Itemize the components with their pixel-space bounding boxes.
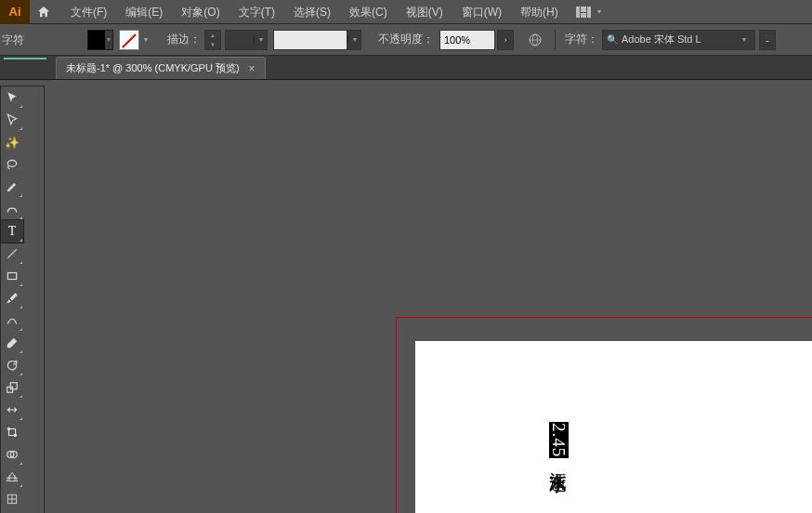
- close-icon[interactable]: ×: [249, 62, 255, 75]
- svg-point-14: [14, 434, 16, 436]
- mesh-tool[interactable]: [1, 488, 23, 510]
- svg-point-13: [7, 428, 9, 429]
- type-tool[interactable]: T: [1, 220, 23, 243]
- magic-wand-tool[interactable]: ✨: [1, 131, 23, 153]
- eraser-tool[interactable]: [1, 332, 23, 354]
- text-after: 江东逝水: [549, 458, 569, 462]
- font-style-value: -: [760, 34, 775, 46]
- vertical-text-object[interactable]: 滚滚2.45江东逝水: [550, 420, 568, 462]
- menu-bar: Ai 文件(F) 编辑(E) 对象(O) 文字(T) 选择(S) 效果(C) 视…: [0, 0, 812, 24]
- chevron-down-icon: ▾: [738, 35, 751, 44]
- annotation-arrow: [500, 507, 537, 513]
- paintbrush-tool[interactable]: [1, 287, 23, 309]
- control-bar: ▾ ▾ 描边： ▲ ▼ ▾ ▾ 不透明度： 100% › 字符： 🔍 Adobe…: [0, 24, 812, 56]
- free-transform-tool[interactable]: [1, 421, 23, 443]
- opacity-label: 不透明度：: [378, 32, 434, 47]
- menu-effect[interactable]: 效果(C): [340, 0, 397, 24]
- brush-dropdown[interactable]: ▾: [347, 30, 361, 50]
- svg-rect-3: [587, 7, 591, 18]
- chevron-up-icon: ▲: [205, 31, 220, 40]
- menu-select[interactable]: 选择(S): [284, 0, 340, 24]
- stroke-label: 描边：: [167, 32, 201, 47]
- home-button[interactable]: [30, 0, 58, 24]
- opacity-input[interactable]: 100%: [439, 30, 495, 50]
- chevron-down-icon: ▼: [205, 40, 220, 49]
- selection-tool[interactable]: [1, 86, 23, 109]
- stroke-swatch[interactable]: [119, 30, 139, 50]
- opacity-flyout[interactable]: ›: [497, 30, 514, 50]
- direct-selection-tool[interactable]: [1, 109, 23, 131]
- home-icon: [36, 5, 51, 20]
- curvature-tool[interactable]: [1, 198, 23, 220]
- panel-dock-indicator: [4, 58, 46, 63]
- menu-help[interactable]: 帮助(H): [511, 0, 568, 24]
- font-family-combo[interactable]: 🔍 Adobe 宋体 Std L ▾: [602, 30, 755, 50]
- font-family-value: Adobe 宋体 Std L: [622, 33, 738, 46]
- fill-swatch[interactable]: ▾: [87, 30, 113, 50]
- svg-rect-1: [581, 7, 586, 12]
- search-icon: 🔍: [607, 34, 618, 45]
- menu-type[interactable]: 文字(T): [229, 0, 284, 24]
- svg-point-7: [7, 160, 16, 166]
- workspace-switcher[interactable]: [573, 2, 594, 22]
- main-menu: 文件(F) 编辑(E) 对象(O) 文字(T) 选择(S) 效果(C) 视图(V…: [61, 0, 568, 24]
- artboard: [414, 340, 812, 513]
- pen-tool[interactable]: [1, 176, 23, 198]
- shaper-tool[interactable]: [1, 309, 23, 332]
- text-selection: 2.45: [549, 422, 569, 458]
- line-segment-tool[interactable]: [1, 243, 23, 265]
- globe-icon: [528, 33, 543, 47]
- perspective-grid-tool[interactable]: [1, 466, 23, 488]
- svg-rect-11: [10, 383, 17, 389]
- menu-window[interactable]: 窗口(W): [452, 0, 511, 24]
- svg-rect-9: [7, 273, 16, 280]
- panel-tab-character[interactable]: 字符: [0, 33, 74, 48]
- chevron-down-icon: ▾: [347, 35, 360, 44]
- separator: [555, 30, 556, 50]
- fill-color-icon: [88, 31, 105, 49]
- fill-dropdown-icon: ▾: [105, 31, 112, 49]
- workspace-arrow-icon[interactable]: ▾: [597, 7, 607, 17]
- stroke-weight-combo[interactable]: ▾: [225, 30, 268, 50]
- svg-rect-2: [581, 13, 586, 18]
- svg-rect-0: [576, 7, 580, 18]
- menu-object[interactable]: 对象(O): [172, 0, 229, 24]
- rectangle-tool[interactable]: [1, 265, 23, 287]
- workspace-icon: [576, 7, 591, 18]
- canvas[interactable]: 滚滚2.45江东逝水: [54, 80, 812, 513]
- brush-definition[interactable]: [273, 30, 347, 50]
- menu-view[interactable]: 视图(V): [397, 0, 452, 24]
- chevron-down-icon: ▾: [254, 35, 267, 44]
- shape-builder-tool[interactable]: [1, 443, 23, 466]
- document-tab-bar: 未标题-1* @ 300% (CMYK/GPU 预览) ×: [0, 56, 812, 80]
- svg-line-8: [7, 249, 16, 257]
- rotate-tool[interactable]: [1, 354, 23, 376]
- stroke-dropdown-icon[interactable]: ▾: [141, 30, 151, 50]
- document-tab[interactable]: 未标题-1* @ 300% (CMYK/GPU 预览) ×: [56, 57, 266, 79]
- menu-file[interactable]: 文件(F): [61, 0, 116, 24]
- stroke-weight-stepper[interactable]: ▲ ▼: [204, 30, 221, 50]
- character-label: 字符：: [565, 32, 598, 47]
- scale-tool[interactable]: [1, 376, 23, 399]
- document-tab-title: 未标题-1* @ 300% (CMYK/GPU 预览): [66, 61, 240, 75]
- tools-panel: ✨ T ✋ ⇄ ▾: [0, 86, 45, 513]
- font-style-combo[interactable]: -: [759, 30, 776, 50]
- menu-edit[interactable]: 编辑(E): [116, 0, 172, 24]
- chevron-right-icon: ›: [504, 35, 507, 45]
- style-button[interactable]: [525, 30, 545, 50]
- width-tool[interactable]: [1, 399, 23, 421]
- app-logo: Ai: [0, 0, 30, 24]
- lasso-tool[interactable]: [1, 153, 23, 176]
